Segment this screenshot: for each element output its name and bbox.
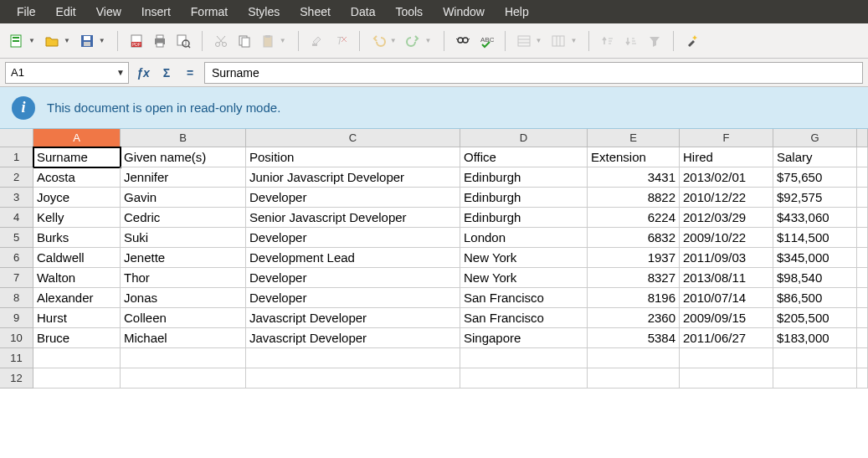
cell[interactable]: 3431 — [588, 167, 680, 188]
dropdown-arrow-icon[interactable]: ▼ — [390, 37, 397, 44]
cell[interactable]: 6224 — [588, 208, 680, 228]
export-pdf-icon[interactable]: PDF — [126, 31, 146, 51]
row-header-8[interactable]: 8 — [0, 288, 33, 308]
function-wizard-icon[interactable]: ƒx — [134, 64, 152, 82]
cell[interactable]: Edinburgh — [460, 208, 588, 228]
formula-input[interactable] — [204, 62, 863, 84]
copy-icon[interactable] — [234, 31, 254, 51]
cell[interactable]: 1937 — [588, 248, 680, 268]
header-cell[interactable]: Given name(s) — [121, 147, 246, 167]
cell[interactable] — [246, 368, 460, 389]
cell[interactable]: Jonas — [121, 288, 246, 308]
cell[interactable] — [460, 348, 588, 368]
cell[interactable]: Colleen — [121, 308, 246, 328]
sort-asc-icon[interactable] — [598, 31, 618, 51]
cell[interactable]: 2010/07/14 — [680, 288, 773, 308]
col-header-B[interactable]: B — [121, 129, 246, 147]
cell[interactable]: 2012/03/29 — [680, 208, 773, 228]
cell[interactable]: New York — [460, 248, 588, 268]
row-header-5[interactable]: 5 — [0, 228, 33, 248]
col-header-A[interactable]: A — [33, 129, 121, 147]
cell[interactable]: $92,575 — [773, 188, 857, 208]
row-header-12[interactable]: 12 — [0, 368, 33, 389]
cell[interactable]: 6832 — [588, 228, 680, 248]
cell[interactable]: Kelly — [33, 208, 121, 228]
row-header-6[interactable]: 6 — [0, 248, 33, 268]
cell[interactable]: Bruce — [33, 328, 121, 348]
cell[interactable]: $98,540 — [773, 268, 857, 288]
cell[interactable] — [246, 348, 460, 368]
dropdown-arrow-icon[interactable]: ▼ — [116, 68, 125, 77]
cell[interactable] — [33, 368, 121, 389]
cell[interactable] — [857, 308, 868, 328]
row-header-11[interactable]: 11 — [0, 348, 33, 368]
cell[interactable]: Developer — [246, 268, 460, 288]
dropdown-arrow-icon[interactable]: ▼ — [425, 37, 432, 44]
dropdown-arrow-icon[interactable]: ▼ — [64, 37, 70, 44]
cell[interactable]: $205,500 — [773, 308, 857, 328]
menu-tools[interactable]: Tools — [385, 2, 433, 22]
open-icon[interactable] — [42, 31, 62, 51]
cell[interactable] — [121, 368, 246, 389]
menu-styles[interactable]: Styles — [238, 2, 290, 22]
cell[interactable]: Javascript Developer — [246, 308, 460, 328]
new-doc-icon[interactable] — [7, 31, 27, 51]
cell[interactable] — [857, 228, 868, 248]
cell[interactable]: 2009/09/15 — [680, 308, 773, 328]
cell[interactable]: 8196 — [588, 288, 680, 308]
cell[interactable] — [857, 167, 868, 188]
dropdown-arrow-icon[interactable]: ▼ — [280, 37, 286, 44]
col-icon[interactable] — [548, 31, 568, 51]
print-preview-icon[interactable] — [173, 31, 193, 51]
cell[interactable]: New York — [460, 268, 588, 288]
cell[interactable]: Acosta — [33, 167, 121, 188]
cell[interactable]: $345,000 — [773, 248, 857, 268]
cell[interactable]: Hurst — [33, 308, 121, 328]
cell[interactable]: Burks — [33, 228, 121, 248]
cut-icon[interactable] — [211, 31, 231, 51]
cell[interactable]: $86,500 — [773, 288, 857, 308]
cell[interactable] — [773, 368, 857, 389]
cell[interactable] — [773, 348, 857, 368]
cell[interactable] — [857, 248, 868, 268]
clone-format-icon[interactable] — [307, 31, 327, 51]
cell[interactable]: Caldwell — [33, 248, 121, 268]
cell[interactable]: Developer — [246, 228, 460, 248]
cell[interactable]: 2009/10/22 — [680, 228, 773, 248]
row-header-1[interactable]: 1 — [0, 147, 33, 167]
cell[interactable]: 2010/12/22 — [680, 188, 773, 208]
cell[interactable] — [33, 348, 121, 368]
paste-icon[interactable] — [258, 31, 278, 51]
header-cell[interactable]: Position — [246, 147, 460, 167]
menu-sheet[interactable]: Sheet — [290, 2, 341, 22]
clear-format-icon[interactable]: T — [331, 31, 351, 51]
spreadsheet-grid[interactable]: ABCDEFG1SurnameGiven name(s)PositionOffi… — [0, 129, 868, 389]
row-header-9[interactable]: 9 — [0, 308, 33, 328]
menu-help[interactable]: Help — [495, 2, 539, 22]
cell[interactable]: Javascript Developer — [246, 328, 460, 348]
cell[interactable]: 2360 — [588, 308, 680, 328]
row-header-7[interactable]: 7 — [0, 268, 33, 288]
cell[interactable]: 2011/06/27 — [680, 328, 773, 348]
header-cell[interactable]: Salary — [773, 147, 857, 167]
sort-desc-icon[interactable] — [621, 31, 641, 51]
col-header-F[interactable]: F — [680, 129, 773, 147]
undo-icon[interactable] — [368, 31, 388, 51]
cell[interactable]: Gavin — [121, 188, 246, 208]
cell[interactable] — [588, 348, 680, 368]
col-header-C[interactable]: C — [246, 129, 460, 147]
row-header-4[interactable]: 4 — [0, 208, 33, 228]
cell[interactable]: 8327 — [588, 268, 680, 288]
cell[interactable]: Edinburgh — [460, 167, 588, 188]
col-header-E[interactable]: E — [588, 129, 680, 147]
cell[interactable]: Developer — [246, 288, 460, 308]
col-header-G[interactable]: G — [773, 129, 857, 147]
cell[interactable] — [857, 288, 868, 308]
cell[interactable]: Alexander — [33, 288, 121, 308]
menu-window[interactable]: Window — [433, 2, 495, 22]
cell[interactable] — [857, 208, 868, 228]
cell[interactable]: San Francisco — [460, 308, 588, 328]
cell[interactable]: Suki — [121, 228, 246, 248]
spellcheck-icon[interactable]: ABC — [476, 31, 496, 51]
col-header-blank[interactable] — [857, 129, 868, 147]
